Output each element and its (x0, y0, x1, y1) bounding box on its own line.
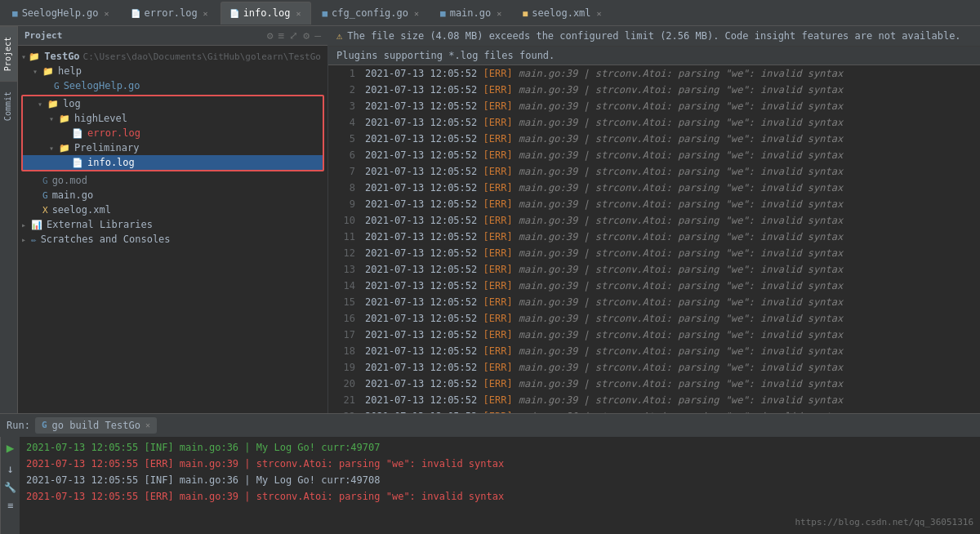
tree-label: External Libraries (47, 219, 153, 230)
highlighted-group: ▾ 📁 log ▾ 📁 highLevel (21, 95, 324, 171)
sidebar-toolbar: ⚙ ≡ ⤢ ⚙ — (267, 29, 321, 42)
wrench-icon[interactable]: 🔧 (4, 482, 16, 493)
editor-content[interactable]: 12021-07-13 12:05:52 [ERR] main.go:39 | … (328, 65, 980, 413)
line-content: 2021-07-13 12:05:52 [ERR] main.go:39 | s… (365, 345, 980, 357)
editor-line: 142021-07-13 12:05:52 [ERR] main.go:39 |… (328, 278, 980, 294)
line-number: 16 (328, 313, 365, 324)
log-info-icon: 📄 (72, 158, 83, 168)
tree-item-help[interactable]: ▾ 📁 help (18, 64, 327, 78)
sidebar-title: Project (24, 30, 62, 41)
tree-item-log[interactable]: ▾ 📁 log (23, 96, 323, 111)
editor-line: 42021-07-13 12:05:52 [ERR] main.go:39 | … (328, 114, 980, 131)
chevron-down-icon: ▾ (49, 114, 59, 123)
project-icon: 📁 (29, 51, 40, 62)
line-content: 2021-07-13 12:05:52 [ERR] main.go:39 | s… (365, 247, 980, 259)
chevron-down-icon: ▾ (21, 52, 29, 61)
line-content: 2021-07-13 12:05:52 [ERR] main.go:39 | s… (365, 68, 980, 79)
tab-close-cfgconfig[interactable]: ✕ (412, 9, 421, 18)
expand-icon[interactable]: ⤢ (289, 29, 298, 42)
go-file-icon: G (54, 81, 60, 91)
plugin-bar: Plugins supporting *.log files found. (328, 47, 980, 65)
tab-infolog[interactable]: 📄 info.log ✕ (220, 2, 312, 24)
tree-item-gomod[interactable]: G go.mod (18, 173, 327, 188)
tree-label: SeelogHelp.go (64, 80, 140, 91)
run-bar: Run: G go build TestGo ✕ (0, 413, 980, 436)
tab-cfgconfig[interactable]: ■ cfg_config.go ✕ (313, 2, 430, 24)
tab-errorlog[interactable]: 📄 error.log ✕ (122, 2, 219, 24)
tree-item-infolog[interactable]: 📄 info.log (23, 155, 323, 170)
tree-item-preliminary[interactable]: ▾ 📁 Preliminary (23, 140, 323, 155)
folder-icon: 📁 (59, 113, 70, 124)
vtab-commit[interactable]: Commit (0, 81, 17, 131)
tree-item-seeloghelp[interactable]: G SeelogHelp.go (18, 78, 327, 93)
tree-item-errorlog[interactable]: 📄 error.log (23, 126, 323, 140)
tree-item-external-libs[interactable]: ▸ 📊 External Libraries (18, 217, 327, 232)
line-content: 2021-07-13 12:05:52 [ERR] main.go:39 | s… (365, 362, 980, 373)
tree-item-scratches[interactable]: ▸ ✏ Scratches and Consoles (18, 232, 327, 247)
settings-icon[interactable]: ⚙ (267, 29, 274, 42)
spacer (33, 191, 42, 200)
vtab-project[interactable]: Project (0, 26, 17, 81)
chevron-down-icon: ▾ (49, 144, 59, 153)
go-file-icon-cfg: ■ (322, 8, 327, 19)
tree-item-highlevel[interactable]: ▾ 📁 highLevel (23, 111, 323, 126)
tab-seeloghelp[interactable]: ■ SeelogHelp.go ✕ (3, 2, 120, 24)
app-container: ■ SeelogHelp.go ✕ 📄 error.log ✕ 📄 info.l… (0, 0, 980, 534)
line-number: 3 (328, 100, 365, 112)
line-number: 17 (328, 329, 365, 340)
layout-icon[interactable]: ≡ (278, 29, 285, 42)
tab-seelogxml[interactable]: ■ seelog.xml ✕ (514, 2, 612, 24)
gear-icon[interactable]: ⚙ (303, 29, 310, 42)
line-content: 2021-07-13 12:05:52 [ERR] main.go:39 | s… (365, 84, 980, 96)
line-number: 19 (328, 362, 365, 373)
tab-close-seelogxml[interactable]: ✕ (595, 9, 604, 18)
line-number: 2 (328, 84, 365, 96)
editor-line: 62021-07-13 12:05:52 [ERR] main.go:39 | … (328, 147, 980, 163)
editor-line: 202021-07-13 12:05:52 [ERR] main.go:39 |… (328, 376, 980, 392)
line-number: 12 (328, 247, 365, 259)
list-icon[interactable]: ≡ (7, 500, 13, 511)
tree-label: help (58, 65, 82, 77)
line-number: 15 (328, 296, 365, 308)
tree-item-testgo[interactable]: ▾ 📁 TestGo C:\Users\dao\Documents\GitHub… (18, 49, 327, 64)
editor-line: 82021-07-13 12:05:52 [ERR] main.go:39 | … (328, 180, 980, 196)
console-area: ▶ ↓ 🔧 ≡ 2021-07-13 12:05:55 [INF] main.g… (0, 436, 980, 534)
tab-close-maingo[interactable]: ✕ (495, 9, 503, 18)
tab-bar: ■ SeelogHelp.go ✕ 📄 error.log ✕ 📄 info.l… (0, 0, 980, 26)
minimize-icon[interactable]: — (314, 29, 321, 42)
tab-close-seeloghelp[interactable]: ✕ (103, 9, 111, 18)
tree-label: go.mod (52, 175, 87, 186)
tab-close-errorlog[interactable]: ✕ (202, 9, 210, 18)
tree-item-seelogxml[interactable]: X seelog.xml (18, 202, 327, 217)
run-tab-close[interactable]: ✕ (145, 421, 150, 429)
line-content: 2021-07-13 12:05:52 [ERR] main.go:39 | s… (365, 296, 980, 308)
line-number: 9 (328, 198, 365, 210)
watermark: https://blog.csdn.net/qq_36051316 (795, 517, 973, 527)
run-tab[interactable]: G go build TestGo ✕ (35, 417, 157, 434)
go-mod-icon: G (42, 176, 48, 186)
line-number: 1 (328, 68, 365, 79)
run-tab-icon: G (42, 420, 47, 430)
line-content: 2021-07-13 12:05:52 [ERR] main.go:39 | s… (365, 215, 980, 226)
tree-label: Preliminary (74, 142, 139, 154)
left-panels: Project Commit Project ⚙ ≡ ⤢ ⚙ — (0, 26, 328, 413)
folder-icon: 📁 (42, 66, 54, 77)
spacer (62, 158, 72, 167)
tab-maingo[interactable]: ■ main.go ✕ (431, 2, 512, 24)
scroll-down-button[interactable]: ↓ (7, 462, 13, 475)
line-content: 2021-07-13 12:05:52 [ERR] main.go:39 | s… (365, 149, 980, 161)
spacer (33, 206, 42, 215)
external-libs-icon: 📊 (31, 220, 42, 230)
log-err-icon: 📄 (72, 128, 83, 139)
tree-label: log (63, 98, 81, 109)
line-number: 5 (328, 133, 365, 145)
run-button[interactable]: ▶ (7, 440, 15, 456)
tree-label: Scratches and Consoles (41, 234, 171, 245)
tree-item-maingo[interactable]: G main.go (18, 188, 327, 202)
line-number: 13 (328, 264, 365, 275)
tree-path: C:\Users\dao\Documents\GitHub\golearn\Te… (83, 51, 321, 62)
project-tree: ▾ 📁 TestGo C:\Users\dao\Documents\GitHub… (18, 46, 327, 413)
chevron-down-icon: ▾ (38, 100, 47, 109)
line-number: 14 (328, 280, 365, 291)
tab-close-infolog[interactable]: ✕ (294, 9, 302, 18)
